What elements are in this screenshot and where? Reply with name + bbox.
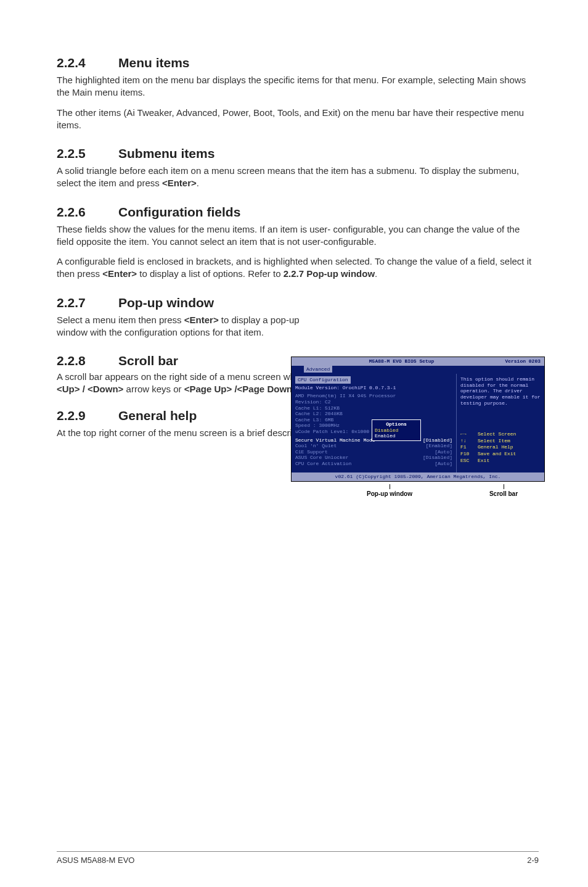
bios-item-unlocker[interactable]: ASUS Core Unlocker[Disabled] [295,455,452,461]
secnum: 2.2.7 [57,295,118,310]
para: The highlighted item on the menu bar dis… [57,74,539,99]
sectitle: General help [118,408,197,423]
bios-footer: v02.61 (C)Copyright 1985-2009, American … [292,472,544,481]
hotkey: ←→Select Screen [460,431,541,437]
footer-pagenum: 2-9 [527,856,539,865]
section-2-2-7: 2.2.7Pop-up window Select a menu item th… [57,295,309,339]
para: Select a menu item then press <Enter> to… [57,314,309,339]
section-2-2-5: 2.2.5Submenu items A solid triangle befo… [57,146,539,190]
callout-popup-label: Pop-up window [291,484,463,497]
bios-callout-labels: Pop-up window Scroll bar [291,484,544,497]
para: These fields show the values for the men… [57,223,539,249]
bios-title-text: M5A88-M EVO BIOS Setup [369,358,435,365]
bios-titlebar: x M5A88-M EVO BIOS Setup Version 0203 [292,357,544,366]
hotkey: ESCExit [460,458,541,464]
callout-scroll-label: Scroll bar [463,484,544,497]
heading-2-2-6: 2.2.6Configuration fields [57,205,539,220]
hotkey: F10Save and Exit [460,451,541,457]
bios-window: x M5A88-M EVO BIOS Setup Version 0203 Ad… [291,357,545,482]
bios-item-c1e[interactable]: C1E Support[Auto] [295,449,452,455]
section-2-2-4: 2.2.4Menu items The highlighted item on … [57,56,539,131]
bios-info: Cache L2: 2048KB [295,411,452,417]
page-footer: ASUS M5A88-M EVO 2-9 [57,851,539,865]
section-2-2-6: 2.2.6Configuration fields These fields s… [57,205,539,281]
bios-screenshot-figure: x M5A88-M EVO BIOS Setup Version 0203 Ad… [291,357,544,497]
bios-tab-advanced[interactable]: Advanced [304,366,332,373]
bios-info: Revision: C2 [295,399,452,405]
heading-2-2-8: 2.2.8Scroll bar [57,353,309,368]
bios-section-heading: CPU Configuration [295,376,351,384]
popup-option-enabled[interactable]: Enabled [375,433,418,439]
bios-body: CPU Configuration Module Version: Orochi… [292,374,544,472]
section-2-2-8: 2.2.8Scroll bar [57,353,309,368]
bios-module-version: Module Version: OrochiPI 0.0.7.3-1 [295,385,452,391]
para: A configurable field is enclosed in brac… [57,255,539,281]
hotkey: F1General Help [460,444,541,450]
bios-item-coreact[interactable]: CPU Core Activation[Auto] [295,461,452,467]
secnum: 2.2.4 [57,56,118,70]
secnum: 2.2.5 [57,146,118,161]
bios-help-panel: This option should remain disabled for t… [457,374,544,472]
bios-left-panel: CPU Configuration Module Version: Orochi… [292,374,457,472]
bios-version: Version 0203 [505,358,541,365]
sectitle: Scroll bar [118,353,178,368]
bios-item-cnq[interactable]: Cool 'n' Quiet[Enabled] [295,443,452,449]
sectitle: Configuration fields [118,205,240,219]
secnum: 2.2.8 [57,353,118,368]
sectitle: Pop-up window [118,295,214,310]
bios-popup-window[interactable]: Options Disabled Enabled [372,419,421,441]
popup-header: Options [375,421,418,427]
bios-info: Cache L1: 512KB [295,405,452,411]
para: A solid triangle before each item on a m… [57,165,539,190]
heading-2-2-7: 2.2.7Pop-up window [57,295,309,310]
secnum: 2.2.6 [57,205,118,220]
footer-model: ASUS M5A88-M EVO [57,856,134,865]
popup-option-disabled[interactable]: Disabled [375,427,418,434]
bios-help-text: This option should remain disabled for t… [460,376,541,406]
hotkey: ↑↓Select Item [460,438,541,444]
bios-info: AMD Phenom(tm) II X4 945 Processor [295,393,452,399]
heading-2-2-5: 2.2.5Submenu items [57,146,539,161]
heading-2-2-4: 2.2.4Menu items [57,56,539,70]
secnum: 2.2.9 [57,408,118,423]
para: The other items (Ai Tweaker, Advanced, P… [57,107,539,132]
bios-tabbar: Advanced [292,366,544,374]
sectitle: Menu items [118,56,190,70]
sectitle: Submenu items [118,146,214,160]
